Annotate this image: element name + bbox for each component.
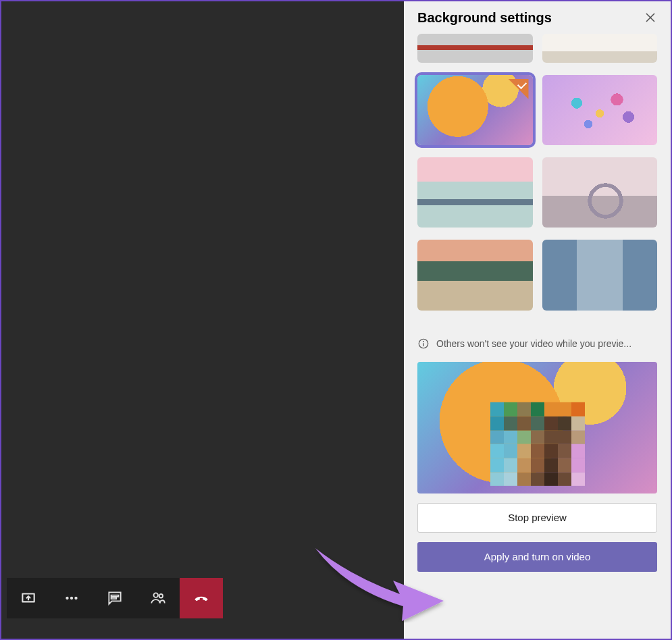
video-area: [1, 1, 404, 639]
apply-button[interactable]: Apply and turn on video: [417, 542, 657, 572]
svg-point-2: [74, 597, 77, 599]
ellipsis-icon: [63, 589, 80, 607]
video-preview: [417, 362, 657, 494]
share-icon: [20, 589, 37, 607]
svg-point-1: [70, 597, 73, 599]
people-icon: [149, 589, 167, 607]
info-row: Others won't see your video while you pr…: [412, 317, 663, 356]
background-option-lab[interactable]: [542, 240, 658, 310]
background-option-bridge[interactable]: [417, 157, 533, 228]
info-text: Others won't see your video while you pr…: [436, 338, 631, 349]
background-option-bubbles[interactable]: [542, 75, 658, 145]
panel-title: Background settings: [417, 10, 552, 26]
background-option-classroom[interactable]: [417, 240, 533, 310]
more-actions-button[interactable]: [50, 578, 93, 618]
background-option-balloon[interactable]: [417, 75, 533, 145]
close-panel-button[interactable]: [641, 8, 660, 27]
call-toolbar: [7, 578, 223, 618]
selected-check-icon: [509, 79, 529, 99]
background-option-arch[interactable]: [542, 157, 658, 228]
svg-point-0: [66, 597, 68, 599]
stop-preview-button[interactable]: Stop preview: [417, 503, 657, 533]
background-option-room[interactable]: [542, 34, 658, 63]
pixelated-face: [490, 402, 585, 486]
close-icon: [646, 13, 655, 22]
hangup-icon: [192, 589, 210, 607]
svg-point-3: [154, 593, 159, 597]
background-grid: [412, 34, 663, 317]
share-screen-button[interactable]: [7, 578, 50, 618]
chat-button[interactable]: [93, 578, 136, 618]
hangup-button[interactable]: [180, 578, 223, 618]
panel-header: Background settings: [412, 1, 663, 34]
chat-icon: [106, 589, 124, 607]
svg-point-4: [159, 594, 163, 597]
info-icon: [417, 338, 430, 350]
background-option-lobby[interactable]: [417, 34, 533, 63]
panel-buttons: Stop preview Apply and turn on video: [412, 494, 663, 572]
participants-button[interactable]: [136, 578, 180, 618]
background-settings-panel: Background settings Others won't see you…: [404, 1, 671, 639]
svg-point-6: [423, 341, 424, 342]
